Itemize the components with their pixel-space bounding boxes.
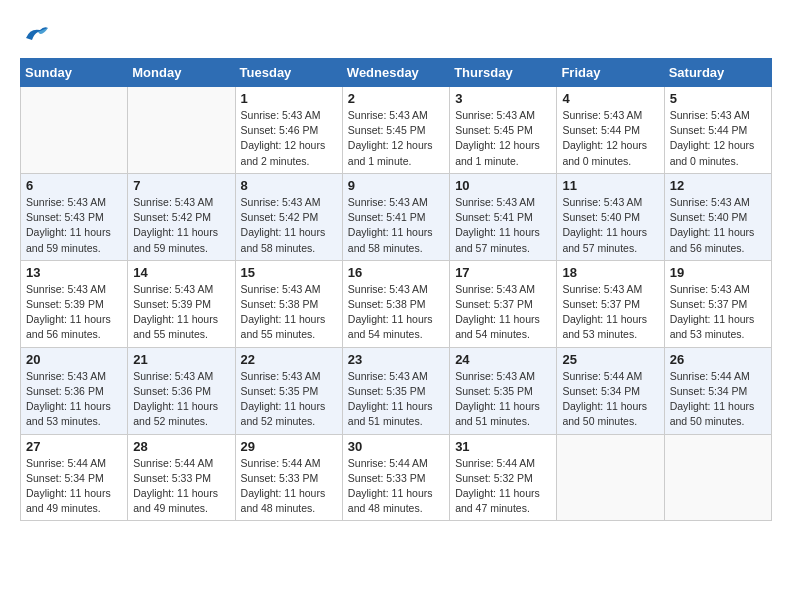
calendar-cell: 21Sunrise: 5:43 AM Sunset: 5:36 PM Dayli… <box>128 347 235 434</box>
day-number: 24 <box>455 352 551 367</box>
day-info: Sunrise: 5:43 AM Sunset: 5:42 PM Dayligh… <box>133 195 229 256</box>
logo-bird-icon <box>22 20 50 48</box>
calendar-cell: 28Sunrise: 5:44 AM Sunset: 5:33 PM Dayli… <box>128 434 235 521</box>
day-info: Sunrise: 5:43 AM Sunset: 5:45 PM Dayligh… <box>455 108 551 169</box>
calendar-cell: 5Sunrise: 5:43 AM Sunset: 5:44 PM Daylig… <box>664 87 771 174</box>
day-info: Sunrise: 5:43 AM Sunset: 5:41 PM Dayligh… <box>455 195 551 256</box>
day-info: Sunrise: 5:43 AM Sunset: 5:38 PM Dayligh… <box>241 282 337 343</box>
day-info: Sunrise: 5:43 AM Sunset: 5:45 PM Dayligh… <box>348 108 444 169</box>
calendar-cell <box>664 434 771 521</box>
calendar-cell: 14Sunrise: 5:43 AM Sunset: 5:39 PM Dayli… <box>128 260 235 347</box>
calendar-cell: 31Sunrise: 5:44 AM Sunset: 5:32 PM Dayli… <box>450 434 557 521</box>
calendar-cell: 4Sunrise: 5:43 AM Sunset: 5:44 PM Daylig… <box>557 87 664 174</box>
day-info: Sunrise: 5:43 AM Sunset: 5:37 PM Dayligh… <box>562 282 658 343</box>
calendar-cell: 30Sunrise: 5:44 AM Sunset: 5:33 PM Dayli… <box>342 434 449 521</box>
calendar-cell: 22Sunrise: 5:43 AM Sunset: 5:35 PM Dayli… <box>235 347 342 434</box>
day-number: 2 <box>348 91 444 106</box>
day-info: Sunrise: 5:44 AM Sunset: 5:34 PM Dayligh… <box>562 369 658 430</box>
day-number: 27 <box>26 439 122 454</box>
calendar-cell: 16Sunrise: 5:43 AM Sunset: 5:38 PM Dayli… <box>342 260 449 347</box>
day-info: Sunrise: 5:43 AM Sunset: 5:35 PM Dayligh… <box>348 369 444 430</box>
day-number: 10 <box>455 178 551 193</box>
calendar-cell: 26Sunrise: 5:44 AM Sunset: 5:34 PM Dayli… <box>664 347 771 434</box>
day-number: 29 <box>241 439 337 454</box>
day-number: 23 <box>348 352 444 367</box>
calendar-header-thursday: Thursday <box>450 59 557 87</box>
day-info: Sunrise: 5:43 AM Sunset: 5:46 PM Dayligh… <box>241 108 337 169</box>
week-row-2: 6Sunrise: 5:43 AM Sunset: 5:43 PM Daylig… <box>21 173 772 260</box>
day-info: Sunrise: 5:44 AM Sunset: 5:33 PM Dayligh… <box>133 456 229 517</box>
day-info: Sunrise: 5:43 AM Sunset: 5:36 PM Dayligh… <box>133 369 229 430</box>
day-number: 21 <box>133 352 229 367</box>
day-info: Sunrise: 5:43 AM Sunset: 5:37 PM Dayligh… <box>670 282 766 343</box>
day-info: Sunrise: 5:43 AM Sunset: 5:44 PM Dayligh… <box>670 108 766 169</box>
day-info: Sunrise: 5:44 AM Sunset: 5:32 PM Dayligh… <box>455 456 551 517</box>
calendar-cell <box>128 87 235 174</box>
calendar-cell: 27Sunrise: 5:44 AM Sunset: 5:34 PM Dayli… <box>21 434 128 521</box>
calendar-header-sunday: Sunday <box>21 59 128 87</box>
week-row-4: 20Sunrise: 5:43 AM Sunset: 5:36 PM Dayli… <box>21 347 772 434</box>
day-number: 17 <box>455 265 551 280</box>
week-row-1: 1Sunrise: 5:43 AM Sunset: 5:46 PM Daylig… <box>21 87 772 174</box>
day-info: Sunrise: 5:43 AM Sunset: 5:36 PM Dayligh… <box>26 369 122 430</box>
week-row-5: 27Sunrise: 5:44 AM Sunset: 5:34 PM Dayli… <box>21 434 772 521</box>
calendar-cell: 24Sunrise: 5:43 AM Sunset: 5:35 PM Dayli… <box>450 347 557 434</box>
day-info: Sunrise: 5:43 AM Sunset: 5:37 PM Dayligh… <box>455 282 551 343</box>
day-info: Sunrise: 5:43 AM Sunset: 5:39 PM Dayligh… <box>133 282 229 343</box>
day-info: Sunrise: 5:43 AM Sunset: 5:39 PM Dayligh… <box>26 282 122 343</box>
day-number: 9 <box>348 178 444 193</box>
day-number: 30 <box>348 439 444 454</box>
calendar-cell <box>21 87 128 174</box>
day-number: 5 <box>670 91 766 106</box>
week-row-3: 13Sunrise: 5:43 AM Sunset: 5:39 PM Dayli… <box>21 260 772 347</box>
day-info: Sunrise: 5:44 AM Sunset: 5:34 PM Dayligh… <box>670 369 766 430</box>
day-info: Sunrise: 5:43 AM Sunset: 5:41 PM Dayligh… <box>348 195 444 256</box>
day-number: 11 <box>562 178 658 193</box>
day-info: Sunrise: 5:44 AM Sunset: 5:33 PM Dayligh… <box>241 456 337 517</box>
day-number: 13 <box>26 265 122 280</box>
calendar-cell: 20Sunrise: 5:43 AM Sunset: 5:36 PM Dayli… <box>21 347 128 434</box>
day-number: 31 <box>455 439 551 454</box>
logo <box>20 20 50 48</box>
day-number: 16 <box>348 265 444 280</box>
calendar-header-wednesday: Wednesday <box>342 59 449 87</box>
calendar-cell: 7Sunrise: 5:43 AM Sunset: 5:42 PM Daylig… <box>128 173 235 260</box>
calendar-table: SundayMondayTuesdayWednesdayThursdayFrid… <box>20 58 772 521</box>
day-info: Sunrise: 5:44 AM Sunset: 5:34 PM Dayligh… <box>26 456 122 517</box>
day-number: 28 <box>133 439 229 454</box>
day-number: 12 <box>670 178 766 193</box>
calendar-cell: 13Sunrise: 5:43 AM Sunset: 5:39 PM Dayli… <box>21 260 128 347</box>
day-number: 4 <box>562 91 658 106</box>
day-number: 8 <box>241 178 337 193</box>
calendar-header-saturday: Saturday <box>664 59 771 87</box>
calendar-cell: 18Sunrise: 5:43 AM Sunset: 5:37 PM Dayli… <box>557 260 664 347</box>
calendar-cell: 1Sunrise: 5:43 AM Sunset: 5:46 PM Daylig… <box>235 87 342 174</box>
day-info: Sunrise: 5:43 AM Sunset: 5:43 PM Dayligh… <box>26 195 122 256</box>
day-info: Sunrise: 5:43 AM Sunset: 5:35 PM Dayligh… <box>241 369 337 430</box>
day-number: 25 <box>562 352 658 367</box>
calendar-cell: 2Sunrise: 5:43 AM Sunset: 5:45 PM Daylig… <box>342 87 449 174</box>
day-number: 6 <box>26 178 122 193</box>
calendar-cell: 17Sunrise: 5:43 AM Sunset: 5:37 PM Dayli… <box>450 260 557 347</box>
day-number: 19 <box>670 265 766 280</box>
day-info: Sunrise: 5:43 AM Sunset: 5:35 PM Dayligh… <box>455 369 551 430</box>
day-info: Sunrise: 5:43 AM Sunset: 5:42 PM Dayligh… <box>241 195 337 256</box>
calendar-cell: 29Sunrise: 5:44 AM Sunset: 5:33 PM Dayli… <box>235 434 342 521</box>
day-number: 20 <box>26 352 122 367</box>
day-number: 1 <box>241 91 337 106</box>
calendar-cell <box>557 434 664 521</box>
day-info: Sunrise: 5:43 AM Sunset: 5:40 PM Dayligh… <box>670 195 766 256</box>
day-number: 18 <box>562 265 658 280</box>
calendar-cell: 11Sunrise: 5:43 AM Sunset: 5:40 PM Dayli… <box>557 173 664 260</box>
day-info: Sunrise: 5:44 AM Sunset: 5:33 PM Dayligh… <box>348 456 444 517</box>
day-info: Sunrise: 5:43 AM Sunset: 5:40 PM Dayligh… <box>562 195 658 256</box>
calendar-cell: 9Sunrise: 5:43 AM Sunset: 5:41 PM Daylig… <box>342 173 449 260</box>
day-number: 3 <box>455 91 551 106</box>
calendar-cell: 6Sunrise: 5:43 AM Sunset: 5:43 PM Daylig… <box>21 173 128 260</box>
calendar-cell: 19Sunrise: 5:43 AM Sunset: 5:37 PM Dayli… <box>664 260 771 347</box>
page-header <box>20 20 772 48</box>
calendar-header-tuesday: Tuesday <box>235 59 342 87</box>
day-info: Sunrise: 5:43 AM Sunset: 5:44 PM Dayligh… <box>562 108 658 169</box>
calendar-cell: 10Sunrise: 5:43 AM Sunset: 5:41 PM Dayli… <box>450 173 557 260</box>
calendar-cell: 15Sunrise: 5:43 AM Sunset: 5:38 PM Dayli… <box>235 260 342 347</box>
